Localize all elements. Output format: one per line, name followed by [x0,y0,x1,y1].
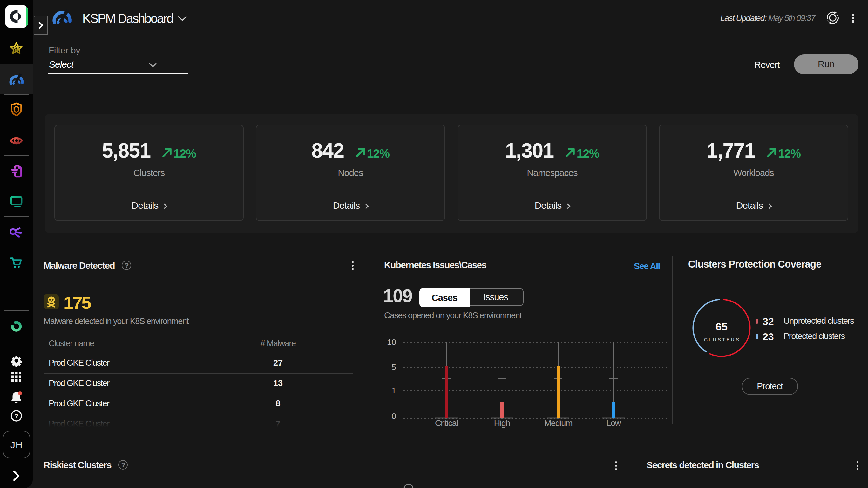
svg-text:65: 65 [715,321,727,333]
svg-text:CLUSTERS: CLUSTERS [704,337,741,342]
svg-text:?: ? [14,413,19,420]
